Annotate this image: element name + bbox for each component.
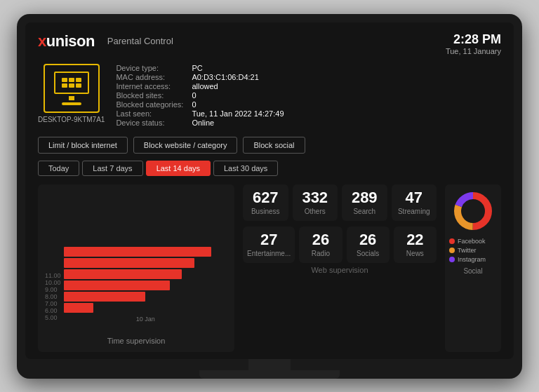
tab-7days[interactable]: Last 7 days <box>82 161 142 176</box>
bar-row-3 <box>64 269 227 279</box>
stat-number-news: 22 <box>398 232 432 248</box>
social-title: Social <box>463 267 482 275</box>
monitor-dot <box>69 78 74 82</box>
stat-number-streaming: 47 <box>396 190 433 205</box>
stat-label-streaming: Streaming <box>396 208 433 215</box>
legend-twitter: Twitter <box>449 247 497 254</box>
field-value-internet: allowed <box>192 82 284 90</box>
device-info: Device type: PC MAC address: A0:D3:C1:06… <box>116 64 284 127</box>
social-panel: Facebook Twitter Instagram Social <box>445 184 501 352</box>
twitter-dot <box>449 248 455 253</box>
bar-3 <box>64 269 182 279</box>
twitter-label: Twitter <box>458 247 477 254</box>
stat-entertainment: 27 Entertainme... <box>243 227 295 263</box>
monitor-stand-base <box>62 102 81 105</box>
field-value-mac: A0:D3:C1:06:D4:21 <box>192 73 284 81</box>
time-tabs: Today Last 7 days Last 14 days Last 30 d… <box>38 161 501 176</box>
bar-row-4 <box>64 281 227 290</box>
field-label-device-type: Device type: <box>116 64 183 72</box>
y-label-7: 5.00 <box>45 314 61 321</box>
limit-block-button[interactable]: Limit / block internet <box>38 137 128 154</box>
stat-news: 22 News <box>394 227 437 263</box>
stat-label-radio: Radio <box>303 250 338 257</box>
stat-number-radio: 26 <box>303 232 338 248</box>
block-website-button[interactable]: Block website / category <box>133 137 238 154</box>
stat-streaming: 47 Streaming <box>392 184 437 221</box>
block-social-button[interactable]: Block social <box>243 137 305 154</box>
field-label-internet: Internet access: <box>116 82 183 90</box>
stat-number-business: 627 <box>247 190 284 205</box>
main-content: 11.00 10.00 9.00 8.00 7.00 6.00 5.00 <box>38 184 501 352</box>
stat-number-socials: 26 <box>351 232 385 248</box>
bar-2 <box>64 258 195 268</box>
tv-stand <box>199 359 340 379</box>
monitor-screen <box>54 72 89 94</box>
tv-stand-base <box>199 370 340 379</box>
bar-4 <box>64 281 171 290</box>
legend-facebook: Facebook <box>449 238 497 245</box>
logo-x: x <box>38 32 46 50</box>
bar-row-1 <box>64 247 227 257</box>
stat-number-entertainment: 27 <box>247 232 291 248</box>
field-value-last-seen: Tue, 11 Jan 2022 14:27:49 <box>192 109 284 118</box>
stats-grid-bottom: 27 Entertainme... 26 Radio 26 Socials <box>243 227 437 263</box>
stat-label-entertainment: Entertainme... <box>247 250 291 257</box>
legend-instagram: Instagram <box>449 256 497 263</box>
monitor-dot <box>69 83 74 88</box>
stat-radio: 26 Radio <box>299 227 342 263</box>
action-buttons: Limit / block internet Block website / c… <box>38 137 501 154</box>
stats-grid-top: 627 Business 332 Others 289 Search 47 <box>243 184 437 221</box>
stats-area: 627 Business 332 Others 289 Search 47 <box>243 184 437 352</box>
device-section: DESKTOP-9KTM7A1 Device type: PC MAC addr… <box>38 64 501 127</box>
facebook-label: Facebook <box>458 238 486 245</box>
monitor-dots <box>62 78 81 88</box>
logo: xunison <box>38 32 95 50</box>
current-date: Tue, 11 January <box>446 47 501 55</box>
current-time: 2:28 PM <box>446 32 501 47</box>
tab-today[interactable]: Today <box>38 161 79 176</box>
facebook-dot <box>449 238 455 244</box>
stat-label-others: Others <box>297 208 334 215</box>
tab-14days[interactable]: Last 14 days <box>146 161 211 176</box>
bar-6 <box>64 303 93 313</box>
time-area: 2:28 PM Tue, 11 January <box>446 32 501 55</box>
bar-row-5 <box>64 292 227 302</box>
field-value-blocked-sites: 0 <box>192 91 284 100</box>
field-label-mac: MAC address: <box>116 73 183 81</box>
tv-stand-neck <box>248 359 291 370</box>
chart-x-label: 10 Jan <box>64 316 227 323</box>
logo-rest: unison <box>46 32 95 50</box>
monitor-dot <box>76 83 81 88</box>
stat-socials: 26 Socials <box>347 227 390 263</box>
field-value-device-type: PC <box>192 64 284 72</box>
bar-1 <box>64 247 211 257</box>
y-label-4: 8.00 <box>45 293 61 300</box>
donut-svg <box>452 190 494 232</box>
monitor-stand-neck <box>69 96 74 100</box>
logo-area: xunison Parental Control <box>38 32 173 50</box>
tv-screen: xunison Parental Control 2:28 PM Tue, 11… <box>25 22 514 359</box>
stat-label-news: News <box>398 250 432 257</box>
field-value-device-status: Online <box>192 119 284 127</box>
header: xunison Parental Control 2:28 PM Tue, 11… <box>38 32 501 55</box>
social-legend: Facebook Twitter Instagram <box>449 238 497 263</box>
y-label-3: 9.00 <box>45 286 61 293</box>
field-value-blocked-cats: 0 <box>192 100 284 109</box>
tv-frame: xunison Parental Control 2:28 PM Tue, 11… <box>17 14 522 379</box>
stat-business: 627 Business <box>243 184 288 221</box>
y-label-5: 7.00 <box>45 300 61 307</box>
y-label-2: 10.00 <box>45 279 61 286</box>
bar-row-6 <box>64 303 227 313</box>
chart-inner: 11.00 10.00 9.00 8.00 7.00 6.00 5.00 <box>45 191 227 332</box>
stat-label-search: Search <box>346 208 383 215</box>
field-label-blocked-sites: Blocked sites: <box>116 91 183 100</box>
monitor-dot <box>62 83 67 88</box>
donut-chart <box>452 190 494 232</box>
instagram-dot <box>449 257 455 262</box>
stat-label-business: Business <box>247 208 284 215</box>
tab-30days[interactable]: Last 30 days <box>213 161 278 176</box>
stat-search: 289 Search <box>342 184 387 221</box>
chart-y-axis: 11.00 10.00 9.00 8.00 7.00 6.00 5.00 <box>45 272 61 332</box>
stat-others: 332 Others <box>293 184 338 221</box>
monitor-dot <box>62 78 67 82</box>
